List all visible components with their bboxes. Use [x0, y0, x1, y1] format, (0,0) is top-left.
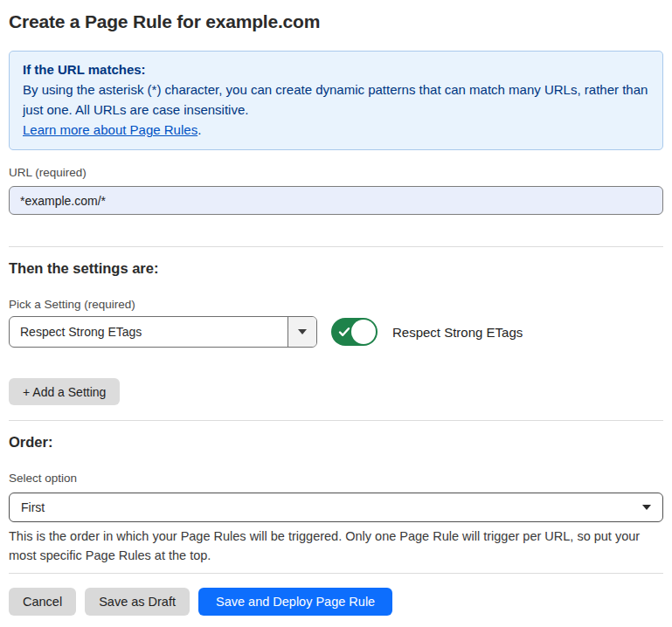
chevron-down-icon: [298, 329, 307, 334]
setting-select[interactable]: Respect Strong ETags: [9, 316, 317, 348]
save-as-draft-button[interactable]: Save as Draft: [85, 588, 190, 616]
order-select-value: First: [21, 500, 45, 514]
page-title: Create a Page Rule for example.com: [9, 10, 663, 33]
info-box-body: By using the asterisk (*) character, you…: [23, 79, 649, 140]
settings-section-heading: Then the settings are:: [9, 259, 663, 277]
cancel-button[interactable]: Cancel: [9, 588, 76, 616]
learn-more-link[interactable]: Learn more about Page Rules: [23, 122, 197, 137]
footer-actions: Cancel Save as Draft Save and Deploy Pag…: [9, 588, 663, 616]
setting-row: Respect Strong ETags Respect Strong ETag…: [9, 316, 663, 348]
section-divider: [9, 246, 663, 247]
info-box-body-text: By using the asterisk (*) character, you…: [23, 82, 648, 117]
info-box-heading: If the URL matches:: [23, 59, 649, 79]
toggle-knob: [351, 320, 376, 344]
check-icon: [338, 326, 350, 338]
order-help-text: This is the order in which your Page Rul…: [9, 527, 660, 565]
setting-select-value: Respect Strong ETags: [10, 317, 288, 347]
setting-select-arrow-button[interactable]: [288, 317, 316, 347]
link-period: .: [197, 122, 201, 137]
chevron-down-icon: [642, 505, 651, 510]
url-input[interactable]: [9, 186, 663, 215]
order-select-label: Select option: [9, 472, 663, 486]
toggle-label: Respect Strong ETags: [392, 325, 523, 340]
order-select[interactable]: First: [9, 493, 663, 522]
create-page-rule-form: Create a Page Rule for example.com If th…: [0, 10, 672, 616]
pick-setting-label: Pick a Setting (required): [9, 298, 663, 312]
section-divider: [9, 420, 663, 421]
section-divider: [9, 573, 663, 574]
setting-toggle[interactable]: [331, 318, 378, 346]
add-setting-button[interactable]: + Add a Setting: [9, 378, 120, 405]
order-section-heading: Order:: [9, 433, 663, 451]
url-matches-info-box: If the URL matches: By using the asteris…: [9, 51, 663, 150]
save-and-deploy-button[interactable]: Save and Deploy Page Rule: [198, 588, 392, 616]
url-field-label: URL (required): [9, 166, 663, 180]
